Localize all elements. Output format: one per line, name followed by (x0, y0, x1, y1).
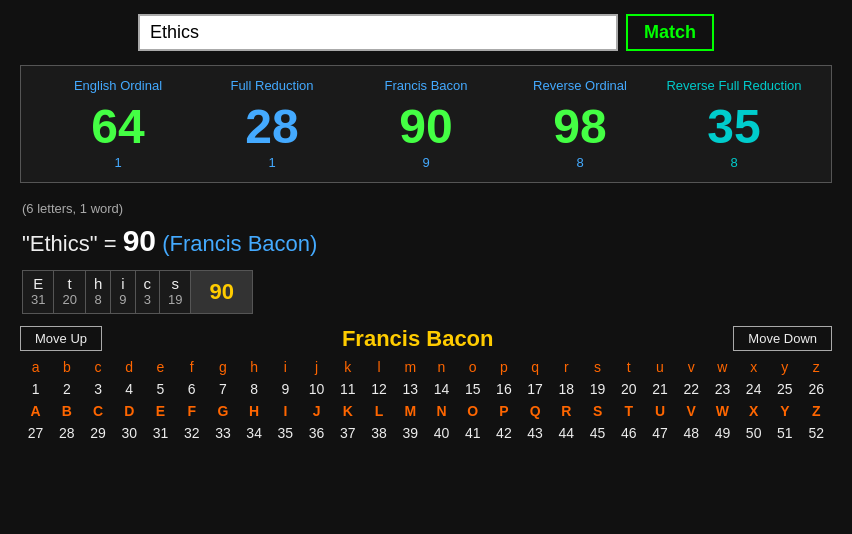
letter-num: 20 (62, 292, 76, 307)
word-info: (6 letters, 1 word) (0, 193, 852, 220)
alpha-cell: m (395, 356, 426, 378)
alpha-cell: 23 (707, 378, 738, 400)
letter-char: s (172, 275, 180, 292)
alpha-cell: R (551, 400, 582, 422)
alpha-cell: 49 (707, 422, 738, 444)
alphabet-table: abcdefghijklmnopqrstuvwxyz12345678910111… (20, 356, 832, 444)
alpha-cell: N (426, 400, 457, 422)
alpha-cell: J (301, 400, 332, 422)
alpha-cell: 41 (457, 422, 488, 444)
alpha-cell: 18 (551, 378, 582, 400)
cipher-label-revfull: Reverse Full Reduction (657, 78, 811, 95)
letter-char: c (144, 275, 152, 292)
cipher-sub-english: 1 (41, 155, 195, 170)
alpha-cell: f (176, 356, 207, 378)
results-box: English Ordinal 64 1 Full Reduction 28 1… (20, 65, 832, 183)
alpha-cell: n (426, 356, 457, 378)
alpha-cell: 52 (800, 422, 832, 444)
alpha-cell: Q (520, 400, 551, 422)
cipher-value-reverse: 98 (503, 103, 657, 151)
alpha-row-row-upper: ABCDEFGHIJKLMNOPQRSTUVWXYZ (20, 400, 832, 422)
alpha-cell: 39 (395, 422, 426, 444)
alpha-cell: C (82, 400, 113, 422)
cipher-label-reverse: Reverse Ordinal (503, 78, 657, 95)
match-button[interactable]: Match (626, 14, 714, 51)
alpha-cell: A (20, 400, 51, 422)
alpha-cell: k (332, 356, 363, 378)
alpha-cell: i (270, 356, 301, 378)
cipher-value-francis: 90 (349, 103, 503, 151)
alpha-cell: g (207, 356, 238, 378)
alpha-cell: 20 (613, 378, 644, 400)
cipher-label-english: English Ordinal (41, 78, 195, 95)
alpha-cell: q (520, 356, 551, 378)
alpha-cell: o (457, 356, 488, 378)
alpha-cell: 4 (114, 378, 145, 400)
cipher-value-english: 64 (41, 103, 195, 151)
letter-cell-t: t 20 (54, 271, 85, 313)
alpha-cell: 48 (676, 422, 707, 444)
letter-cell-c: c 3 (136, 271, 161, 313)
alpha-cell: v (676, 356, 707, 378)
letter-num: 8 (94, 292, 101, 307)
alpha-cell: b (51, 356, 82, 378)
cipher-label-francis: Francis Bacon (349, 78, 503, 95)
alpha-cell: 6 (176, 378, 207, 400)
alpha-cell: t (613, 356, 644, 378)
letter-char: t (68, 275, 72, 292)
letter-cell-E: E 31 (23, 271, 54, 313)
top-bar: Match (0, 0, 852, 65)
move-up-button[interactable]: Move Up (20, 326, 102, 351)
alpha-cell: l (363, 356, 394, 378)
alpha-cell: j (301, 356, 332, 378)
alpha-cell: H (239, 400, 270, 422)
alpha-cell: 26 (800, 378, 832, 400)
cipher-sub-reverse: 8 (503, 155, 657, 170)
alpha-cell: T (613, 400, 644, 422)
alpha-cell: E (145, 400, 176, 422)
alpha-cell: h (239, 356, 270, 378)
cipher-value-full: 28 (195, 103, 349, 151)
alpha-cell: c (82, 356, 113, 378)
alpha-cell: F (176, 400, 207, 422)
alpha-cell: 13 (395, 378, 426, 400)
alpha-cell: 1 (20, 378, 51, 400)
cipher-sub-francis: 9 (349, 155, 503, 170)
alpha-cell: 38 (363, 422, 394, 444)
letter-cell-i: i 9 (111, 271, 135, 313)
alpha-cell: 35 (270, 422, 301, 444)
alpha-cell: 9 (270, 378, 301, 400)
alpha-cell: 16 (488, 378, 519, 400)
alpha-cell: 2 (51, 378, 82, 400)
alpha-cell: 11 (332, 378, 363, 400)
alpha-cell: 8 (239, 378, 270, 400)
alpha-cell: 50 (738, 422, 769, 444)
alpha-cell: 42 (488, 422, 519, 444)
alpha-cell: 34 (239, 422, 270, 444)
alpha-cell: 12 (363, 378, 394, 400)
alpha-cell: L (363, 400, 394, 422)
alpha-cell: 40 (426, 422, 457, 444)
cipher-col-english: English Ordinal 64 1 (41, 78, 195, 170)
alpha-cell: 37 (332, 422, 363, 444)
alpha-cell: p (488, 356, 519, 378)
alpha-cell: 31 (145, 422, 176, 444)
alpha-cell: I (270, 400, 301, 422)
alpha-cell: 10 (301, 378, 332, 400)
alpha-cell: P (488, 400, 519, 422)
letter-total-cell: 90 (191, 271, 251, 313)
letter-num: 3 (144, 292, 151, 307)
alpha-cell: 44 (551, 422, 582, 444)
search-input[interactable] (138, 14, 618, 51)
alpha-cell: 17 (520, 378, 551, 400)
alpha-cell: a (20, 356, 51, 378)
alpha-cell: S (582, 400, 613, 422)
move-down-button[interactable]: Move Down (733, 326, 832, 351)
letter-cell-s: s 19 (160, 271, 191, 313)
alpha-cell: 32 (176, 422, 207, 444)
alpha-cell: 30 (114, 422, 145, 444)
cipher-col-revfull: Reverse Full Reduction 35 8 (657, 78, 811, 170)
alpha-cell: Z (800, 400, 832, 422)
alpha-cell: W (707, 400, 738, 422)
equation: "Ethics" = 90 (Francis Bacon) (0, 220, 852, 266)
